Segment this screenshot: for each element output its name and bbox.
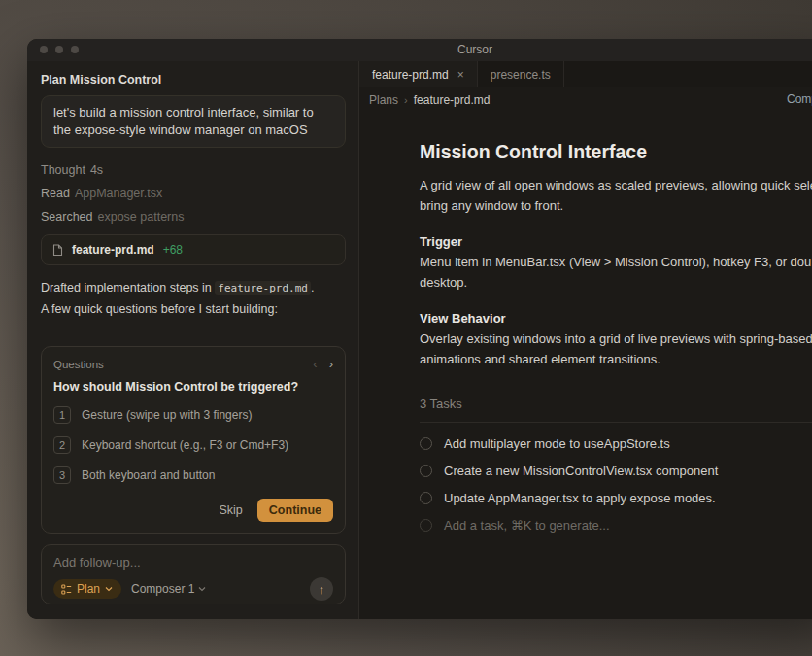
doc-title: Mission Control Interface (420, 141, 812, 163)
task-checkbox-icon (420, 519, 432, 532)
plan-title: Plan Mission Control (41, 73, 346, 86)
breadcrumb-right-text: Comp (787, 92, 812, 106)
followup-composer[interactable]: Add follow-up... Plan (41, 544, 346, 604)
markdown-document: Mission Control Interface A grid view of… (359, 113, 812, 538)
editor-pane: feature-prd.md × presence.ts Plans › fea… (359, 61, 812, 619)
agent-selector[interactable]: Composer 1 (131, 582, 206, 596)
task-row[interactable]: Add multiplayer mode to useAppStore.ts (420, 430, 812, 457)
breadcrumb-root[interactable]: Plans (369, 93, 398, 107)
plan-sidebar: Plan Mission Control let's build a missi… (27, 61, 359, 619)
breadcrumb-separator: › (404, 94, 408, 106)
minimize-window-icon[interactable] (55, 46, 63, 53)
file-icon (52, 244, 63, 257)
continue-button[interactable]: Continue (257, 499, 333, 522)
step-searched[interactable]: Searched expose patterns (41, 205, 346, 228)
file-chip-name: feature-prd.md (72, 243, 154, 257)
prev-question-icon[interactable]: ‹ (313, 357, 317, 371)
task-list: Add multiplayer mode to useAppStore.ts C… (420, 430, 812, 538)
questions-caption: Questions (53, 359, 104, 370)
skip-button[interactable]: Skip (220, 503, 243, 517)
editor-tabbar: feature-prd.md × presence.ts (359, 61, 812, 87)
desktop-background: Cursor Plan Mission Control let's build … (0, 0, 812, 656)
add-task-row[interactable]: Add a task, ⌘K to generate... (420, 511, 812, 538)
window-titlebar[interactable]: Cursor (27, 39, 812, 61)
close-window-icon[interactable] (40, 46, 48, 53)
option-key-badge: 2 (53, 436, 71, 454)
traffic-lights (40, 46, 79, 53)
breadcrumb-file[interactable]: feature-prd.md (414, 93, 491, 107)
mode-selector-plan[interactable]: Plan (53, 579, 121, 599)
task-row[interactable]: Update AppManager.tsx to apply expose mo… (420, 484, 812, 511)
user-prompt-card[interactable]: let's build a mission control interface,… (41, 95, 346, 148)
next-question-icon[interactable]: › (329, 357, 333, 371)
agent-steps: Thought 4s Read AppManager.tsx Searched … (41, 158, 346, 228)
arrow-up-icon: ↑ (319, 583, 325, 596)
doc-view-behavior-body: Overlay existing windows into a grid of … (420, 329, 812, 369)
question-option-2[interactable]: 2 Keyboard shortcut (e.g., F3 or Cmd+F3) (53, 436, 333, 454)
option-key-badge: 3 (53, 466, 71, 484)
doc-heading-view-behavior: View Behavior (420, 309, 812, 328)
assistant-message: Drafted implementation steps in feature-… (41, 278, 346, 319)
followup-input[interactable]: Add follow-up... (53, 555, 333, 570)
tab-feature-prd[interactable]: feature-prd.md × (359, 61, 478, 87)
chevron-down-icon (198, 586, 206, 592)
doc-heading-trigger: Trigger (420, 232, 812, 252)
window-title: Cursor (457, 43, 492, 56)
question-option-3[interactable]: 3 Both keyboard and button (53, 466, 333, 484)
task-row[interactable]: Create a new MissionControlView.tsx comp… (420, 457, 812, 484)
plan-list-icon (61, 584, 72, 595)
step-thought[interactable]: Thought 4s (41, 158, 346, 182)
option-key-badge: 1 (53, 406, 71, 424)
doc-trigger-body: Menu item in MenuBar.tsx (View > Mission… (420, 253, 812, 293)
chevron-down-icon (105, 586, 113, 592)
task-checkbox-icon[interactable] (420, 437, 432, 450)
question-text: How should Mission Control be triggered? (53, 380, 333, 394)
breadcrumb: Plans › feature-prd.md Comp (359, 87, 812, 113)
inline-code: feature-prd.md (215, 281, 311, 295)
tab-presence[interactable]: presence.ts (478, 61, 564, 87)
task-checkbox-icon[interactable] (420, 465, 432, 477)
task-checkbox-icon[interactable] (420, 492, 432, 504)
edited-file-chip[interactable]: feature-prd.md +68 (41, 234, 346, 265)
tasks-count-label: 3 Tasks (420, 397, 812, 411)
file-chip-diff-count: +68 (163, 243, 183, 257)
zoom-window-icon[interactable] (71, 46, 79, 53)
questions-card: Questions ‹ › How should Mission Control… (41, 346, 346, 534)
cursor-window: Cursor Plan Mission Control let's build … (27, 39, 812, 619)
question-option-1[interactable]: 1 Gesture (swipe up with 3 fingers) (53, 406, 333, 424)
doc-intro: A grid view of all open windows as scale… (420, 176, 812, 216)
send-button[interactable]: ↑ (310, 577, 333, 601)
step-read[interactable]: Read AppManager.tsx (41, 182, 346, 205)
tasks-divider (420, 422, 812, 423)
close-tab-icon[interactable]: × (457, 68, 464, 82)
